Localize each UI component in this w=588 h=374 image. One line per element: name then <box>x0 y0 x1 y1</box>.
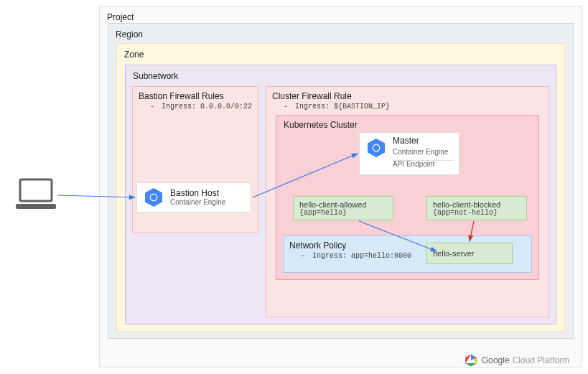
pod-allowed-meta: {app=hello} <box>299 209 387 217</box>
container-engine-icon <box>365 137 387 159</box>
subnetwork-label: Subnetwork <box>133 71 178 81</box>
divider <box>393 160 454 161</box>
cluster-firewall-label: Cluster Firewall Rule <box>272 91 352 101</box>
bastion-firewall-rule-text: Ingress: 0.0.0.0/0:22 <box>162 103 252 111</box>
gcp-hex-icon <box>465 354 477 367</box>
svg-rect-1 <box>16 204 56 209</box>
gcp-brand-2: Cloud Platform <box>513 355 569 365</box>
pod-hello-server: hello-server <box>426 243 513 264</box>
svg-rect-0 <box>20 179 52 201</box>
pod-hello-client-allowed: hello-client-allowed {app=hello} <box>293 196 393 220</box>
cluster-firewall-rule-text: Ingress: ${BASTION_IP} <box>295 103 390 111</box>
master-card: Master Container Engine API Endpoint <box>359 132 459 175</box>
pod-hello-client-blocked: hello-client-blocked {app=not-hello} <box>426 196 527 220</box>
bastion-host-subtitle: Container Engine <box>170 198 225 207</box>
network-policy-label: Network Policy <box>289 240 346 251</box>
gcp-brand-1: Google <box>482 355 510 365</box>
kubernetes-cluster-label: Kubernetes Cluster <box>284 120 358 130</box>
svg-marker-10 <box>465 363 476 366</box>
cluster-firewall-rule: -Ingress: ${BASTION_IP} <box>272 103 390 111</box>
bastion-firewall-label: Bastion Firewall Rules <box>139 91 224 101</box>
network-policy-rule: -Ingress: app=hello:8080 <box>289 252 411 260</box>
bastion-host-title: Bastion Host <box>170 188 225 198</box>
bastion-firewall-rule: -Ingress: 0.0.0.0/0:22 <box>139 103 252 111</box>
bastion-host-card: Bastion Host Container Engine <box>136 182 251 212</box>
pod-blocked-name: hello-client-blocked <box>433 200 521 209</box>
master-subtitle: Container Engine <box>393 147 448 156</box>
master-title: Master <box>393 136 448 147</box>
pod-server-name: hello-server <box>433 247 506 258</box>
project-label: Project <box>107 12 134 22</box>
container-engine-icon <box>143 187 164 208</box>
network-policy-rule-text: Ingress: app=hello:8080 <box>312 252 411 260</box>
pod-allowed-name: hello-client-allowed <box>299 200 387 209</box>
gcp-logo: Google Cloud Platform <box>465 354 569 367</box>
pod-blocked-meta: {app=not-hello} <box>433 209 521 217</box>
laptop-icon <box>16 178 56 211</box>
zone-label: Zone <box>124 50 144 60</box>
region-label: Region <box>116 29 143 39</box>
